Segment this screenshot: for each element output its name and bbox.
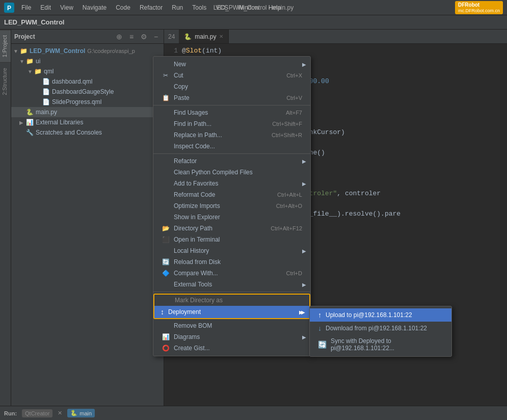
upload-icon: ↑ <box>318 311 322 319</box>
cut-icon: ✂ <box>162 72 170 79</box>
editor-tab-main[interactable]: 🐍 main.py ✕ <box>179 30 229 43</box>
tab-label: main.py <box>195 33 216 40</box>
menu-run[interactable]: Run <box>168 3 187 12</box>
deployment-icon: ↕ <box>161 308 164 316</box>
paste-icon: 📋 <box>162 94 170 101</box>
ctx-diagrams[interactable]: 📊 Diagrams <box>153 331 310 343</box>
menu-tools[interactable]: Tools <box>188 3 210 12</box>
menu-edit[interactable]: Edit <box>36 3 55 12</box>
menu-refactor[interactable]: Refactor <box>136 3 167 12</box>
ctx-mark-directory-label: Mark Directory as <box>154 295 309 306</box>
tree-root[interactable]: ▼ 📁 LED_PWM_Control G:\codepro\raspi_p <box>11 46 164 56</box>
deployment-submenu-content: ↑ Upload to pi@192.168.1.101:22 ↓ Downlo… <box>309 306 452 357</box>
tab-close-btn[interactable]: ✕ <box>219 34 223 39</box>
ctx-new[interactable]: New <box>153 59 310 70</box>
ctx-compare-with[interactable]: 🔷 Compare With... Ctrl+D <box>153 268 310 279</box>
submenu-sync[interactable]: 🔄 Sync with Deployed to pi@192.168.1.101… <box>310 335 451 354</box>
ctx-clean-python[interactable]: Clean Python Compiled Files <box>153 167 310 178</box>
ctx-reformat[interactable]: Reformat Code Ctrl+Alt+L <box>153 189 310 200</box>
ctx-find-in-path[interactable]: Find in Path... Ctrl+Shift+F <box>153 118 310 129</box>
submenu-upload[interactable]: ↑ Upload to pi@192.168.1.101:22 <box>310 308 451 322</box>
scratches-icon: 🔧 <box>25 128 34 137</box>
ctx-paste[interactable]: 📋 Paste Ctrl+V <box>153 92 310 103</box>
collapse-all-btn[interactable]: ≡ <box>127 32 136 41</box>
main-badge[interactable]: 🐍 main <box>67 409 95 417</box>
project-panel: Project ⊕ ≡ ⚙ − ▼ 📁 LED_PWM_Control G:\c… <box>11 30 164 406</box>
ctx-refactor[interactable]: Refactor <box>153 155 310 167</box>
ctx-create-gist[interactable]: ⭕ Create Gist... <box>153 343 310 354</box>
ext-libs-icon: 📊 <box>25 118 34 126</box>
folder-icon-qml: 📁 <box>34 67 42 75</box>
ctx-reload-disk[interactable]: 🔄 Reload from Disk <box>153 256 310 268</box>
reload-icon: 🔄 <box>162 258 170 266</box>
project-name: LED_PWM_Control <box>4 18 64 26</box>
ctx-remove-bom[interactable]: Remove BOM <box>153 320 310 331</box>
submenu-download[interactable]: ↓ Download from pi@192.168.1.101:22 <box>310 322 451 335</box>
separator-3 <box>153 292 310 292</box>
tree-dashboard[interactable]: ▶ 📄 dashboard.qml <box>11 76 164 87</box>
ctx-show-explorer[interactable]: Show in Explorer <box>153 212 310 223</box>
file-icon-gauge: 📄 <box>42 88 50 96</box>
settings-btn[interactable]: ⚙ <box>139 32 148 41</box>
minimize-btn[interactable]: − <box>151 32 161 41</box>
scratches-label: Scratches and Consoles <box>36 129 102 136</box>
svg-text:P: P <box>7 5 11 12</box>
tree-main-py[interactable]: ▶ 🐍 main.py <box>11 107 164 117</box>
submenu-arrow: ▶ <box>299 309 303 315</box>
context-menu-overlay: New ✂ Cut Ctrl+X Copy 📋 Paste Ctrl+V Fin… <box>153 56 311 356</box>
panel-header: Project ⊕ ≡ ⚙ − <box>11 30 164 44</box>
gist-icon: ⭕ <box>162 345 170 352</box>
ctx-deployment[interactable]: ↕ Deployment ▶ ↑ Upload to pi@192.168.1.… <box>154 306 309 318</box>
tree-ext-libs[interactable]: ▶ 📊 External Libraries <box>11 117 164 127</box>
panel-title: Project <box>14 33 112 40</box>
ctx-cut[interactable]: ✂ Cut Ctrl+X <box>153 70 310 81</box>
ctx-inspect-code[interactable]: Inspect Code... <box>153 141 310 152</box>
ctx-replace-in-path[interactable]: Replace in Path... Ctrl+Shift+R <box>153 129 310 141</box>
window-title: LED_PWM_Control - main.py <box>214 4 293 11</box>
file-icon-slide: 📄 <box>42 98 50 106</box>
ctx-optimize-imports[interactable]: Optimize Imports Ctrl+Alt+O <box>153 200 310 212</box>
run-label: Run: <box>4 410 17 416</box>
ctx-copy[interactable]: Copy <box>153 81 310 92</box>
terminal-icon: ⬛ <box>162 236 170 243</box>
slide-label: SlideProgress.qml <box>52 98 101 106</box>
ctx-open-terminal[interactable]: ⬛ Open in Terminal <box>153 234 310 245</box>
tree-ui[interactable]: ▼ 📁 ui <box>11 56 164 66</box>
title-right: DFRobot mc.DFRobot.com.cn <box>455 1 503 14</box>
compare-icon: 🔷 <box>162 270 170 277</box>
locate-icon-btn[interactable]: ⊕ <box>115 32 124 41</box>
menu-code[interactable]: Code <box>112 3 135 12</box>
dfrobot-badge: DFRobot mc.DFRobot.com.cn <box>455 1 503 14</box>
project-title-bar: LED_PWM_Control <box>0 15 507 30</box>
tree-gauge[interactable]: ▶ 📄 DashboardGaugeStyle <box>11 87 164 97</box>
deployment-submenu: ↑ Upload to pi@192.168.1.101:22 ↓ Downlo… <box>309 306 452 357</box>
diagrams-icon: 📊 <box>162 333 170 340</box>
qtcreator-badge[interactable]: QtCreator <box>22 409 52 417</box>
ctx-find-usages[interactable]: Find Usages Alt+F7 <box>153 107 310 118</box>
sync-icon: 🔄 <box>318 340 327 349</box>
menu-file[interactable]: File <box>17 3 35 12</box>
side-tab-project[interactable]: 1:Project <box>0 30 11 62</box>
tab-py-icon: 🐍 <box>184 33 192 40</box>
side-tab-structure[interactable]: 2:Structure <box>0 62 11 100</box>
folder-icon: 📁 <box>19 47 28 55</box>
tree-qml[interactable]: ▼ 📁 qml <box>11 66 164 76</box>
ctx-directory-path[interactable]: 📂 Directory Path Ctrl+Alt+F12 <box>153 223 310 234</box>
bottom-bar: Run: QtCreator ✕ 🐍 main <box>0 406 507 420</box>
ctx-local-history[interactable]: Local History <box>153 245 310 256</box>
folder-icon-ui: 📁 <box>25 57 34 65</box>
ctx-external-tools[interactable]: External Tools <box>153 279 310 290</box>
ctx-favorites[interactable]: Add to Favorites <box>153 178 310 189</box>
download-icon: ↓ <box>318 324 322 332</box>
ext-libs-label: External Libraries <box>36 119 83 126</box>
separator-2 <box>153 153 310 154</box>
tab-bar: 24 🐍 main.py ✕ <box>164 30 507 44</box>
gauge-label: DashboardGaugeStyle <box>52 88 114 95</box>
tree-slide[interactable]: ▶ 📄 SlideProgress.qml <box>11 97 164 107</box>
ui-label: ui <box>36 58 40 65</box>
tree-scratches[interactable]: ▶ 🔧 Scratches and Consoles <box>11 127 164 138</box>
dashboard-label: dashboard.qml <box>52 78 92 85</box>
tree-view: ▼ 📁 LED_PWM_Control G:\codepro\raspi_p ▼… <box>11 44 164 406</box>
menu-navigate[interactable]: Navigate <box>78 3 111 12</box>
menu-view[interactable]: View <box>56 3 77 12</box>
